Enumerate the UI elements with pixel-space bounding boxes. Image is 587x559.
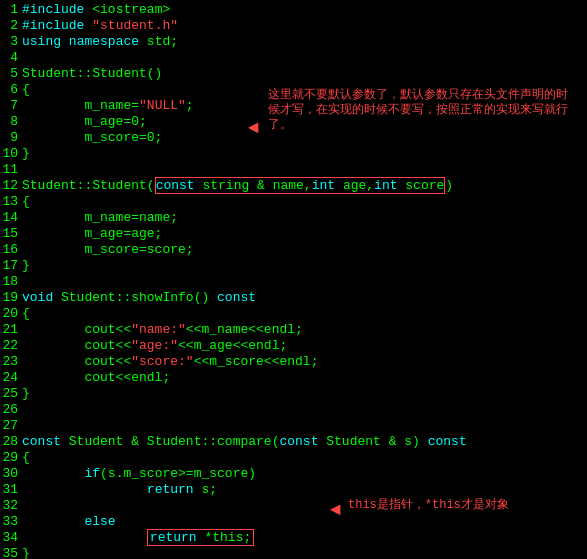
line-28: 28 const Student & Student::compare(cons… bbox=[0, 434, 587, 450]
line-24: 24 cout<<endl; bbox=[0, 370, 587, 386]
line-29: 29 { bbox=[0, 450, 587, 466]
line-30: 30 if(s.m_score>=m_score) bbox=[0, 466, 587, 482]
line-34: 34 return *this; bbox=[0, 530, 587, 546]
line-2: 2 #include "student.h" bbox=[0, 18, 587, 34]
line-4: 4 bbox=[0, 50, 587, 66]
line-26: 26 bbox=[0, 402, 587, 418]
line-18: 18 bbox=[0, 274, 587, 290]
line-1: 1 #include <iostream> bbox=[0, 2, 587, 18]
line-21: 21 cout<<"name:"<<m_name<<endl; bbox=[0, 322, 587, 338]
line-10: 10 } bbox=[0, 146, 587, 162]
annotation-default-params: 这里就不要默认参数了，默认参数只存在头文件声明的时候才写，在实现的时候不要写，按… bbox=[268, 88, 578, 133]
line-13: 13 { bbox=[0, 194, 587, 210]
annotation-this-pointer: this是指针，*this才是对象 bbox=[348, 498, 578, 512]
line-11: 11 bbox=[0, 162, 587, 178]
line-3: 3 using namespace std; bbox=[0, 34, 587, 50]
line-12: 12 Student::Student(const string & name,… bbox=[0, 178, 587, 194]
arrow2: ◄ bbox=[330, 500, 341, 520]
line-15: 15 m_age=age; bbox=[0, 226, 587, 242]
arrow1: ◄ bbox=[248, 118, 259, 138]
line-5: 5 Student::Student() bbox=[0, 66, 587, 82]
line-27: 27 bbox=[0, 418, 587, 434]
line-23: 23 cout<<"score:"<<m_score<<endl; bbox=[0, 354, 587, 370]
line-35: 35 } bbox=[0, 546, 587, 559]
line-19: 19 void Student::showInfo() const bbox=[0, 290, 587, 306]
code-editor: 1 #include <iostream> 2 #include "studen… bbox=[0, 0, 587, 559]
line-14: 14 m_name=name; bbox=[0, 210, 587, 226]
line-31: 31 return s; bbox=[0, 482, 587, 498]
line-33: 33 else bbox=[0, 514, 587, 530]
line-17: 17 } bbox=[0, 258, 587, 274]
line-22: 22 cout<<"age:"<<m_age<<endl; bbox=[0, 338, 587, 354]
line-16: 16 m_score=score; bbox=[0, 242, 587, 258]
line-20: 20 { bbox=[0, 306, 587, 322]
line-25: 25 } bbox=[0, 386, 587, 402]
